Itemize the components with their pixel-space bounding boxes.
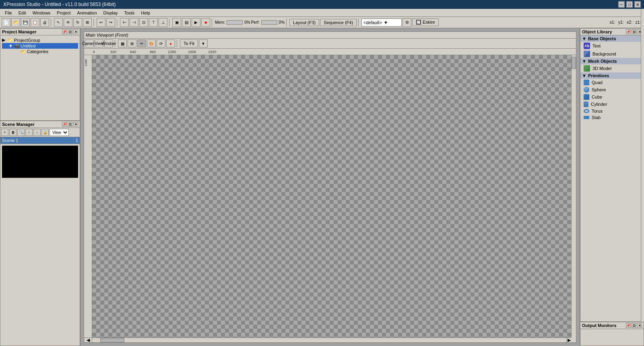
sequence-button[interactable]: Sequence (F4) bbox=[320, 19, 357, 26]
menu-tools[interactable]: Tools bbox=[121, 10, 138, 16]
expand-icon-2: ▼ bbox=[8, 43, 12, 48]
eskire-button[interactable]: 🔲 Eskire bbox=[412, 19, 439, 26]
detach-button[interactable]: ⊡ bbox=[68, 29, 72, 34]
move-button[interactable]: ✛ bbox=[64, 18, 72, 27]
mem-display: Mem: 0% bbox=[215, 20, 250, 25]
save-button[interactable]: 💾 bbox=[21, 18, 30, 27]
open-button[interactable]: 📂 bbox=[11, 18, 20, 27]
window-controls[interactable]: ─ □ ✕ bbox=[618, 1, 641, 8]
scene-close-button[interactable]: ✕ bbox=[73, 122, 78, 127]
redo-button[interactable]: ↪ bbox=[106, 18, 115, 27]
scene-down-button[interactable]: ↓ bbox=[33, 129, 41, 136]
group-button[interactable]: ▣ bbox=[172, 18, 181, 27]
menu-display[interactable]: Display bbox=[100, 10, 121, 16]
vp-btn-2[interactable]: ⊞ bbox=[128, 39, 136, 47]
maximize-button[interactable]: □ bbox=[626, 1, 633, 8]
vp-fit-button[interactable]: To Fit bbox=[180, 39, 198, 47]
ol-detach-button[interactable]: ⊡ bbox=[632, 29, 636, 34]
vp-vscroll-thumb[interactable] bbox=[572, 57, 576, 69]
align-top-button[interactable]: ⊤ bbox=[149, 18, 158, 27]
vp-window-btn[interactable]: Window bbox=[104, 39, 113, 47]
scene-lock-button[interactable]: 🔒 bbox=[41, 129, 49, 136]
mesh-objects-label: Mesh Objects bbox=[588, 59, 617, 64]
untitled-label: Untitled bbox=[21, 43, 35, 48]
project-group-item[interactable]: ▶ 📁 ProjectGroup bbox=[2, 37, 78, 43]
categories-item[interactable]: 📂 Categories bbox=[2, 49, 78, 54]
vp-scroll-left[interactable]: ◀ bbox=[84, 338, 92, 342]
lib-item-sphere[interactable]: Sphere bbox=[580, 86, 644, 93]
scene-new-button[interactable]: + bbox=[1, 129, 8, 136]
ol-panel-controls: 📌 ⊡ ✕ bbox=[626, 29, 642, 34]
scene-search-button[interactable]: 🔍 bbox=[17, 129, 25, 136]
menu-animation[interactable]: Animation bbox=[74, 10, 100, 16]
coord-display: x1: y1: x2: z1: bbox=[610, 20, 642, 25]
vp-camera-btn[interactable]: Camera bbox=[85, 39, 94, 47]
untitled-item[interactable]: ▼ 🎬 Untitled bbox=[2, 43, 78, 49]
scene-view-dropdown[interactable]: View bbox=[50, 129, 69, 136]
lib-item-torus[interactable]: Torus bbox=[580, 108, 644, 114]
vp-btn-3[interactable]: ✏ bbox=[137, 39, 146, 47]
background-label: Background bbox=[592, 51, 616, 56]
menu-edit[interactable]: Edit bbox=[15, 10, 29, 16]
vp-btn-4[interactable]: 🎨 bbox=[147, 39, 156, 47]
menu-project[interactable]: Project bbox=[54, 10, 74, 16]
rotate-button[interactable]: ↻ bbox=[73, 18, 82, 27]
primitives-header: ▼ Primitives bbox=[580, 72, 644, 79]
layout-button[interactable]: Layout (F3) bbox=[289, 19, 319, 26]
pin-button[interactable]: 📌 bbox=[62, 29, 67, 34]
lib-item-background[interactable]: Background bbox=[580, 50, 644, 58]
select-button[interactable]: ↖ bbox=[54, 18, 63, 27]
vp-scrollbar-h[interactable] bbox=[92, 338, 571, 342]
align-center-button[interactable]: ⊣ bbox=[130, 18, 138, 27]
ungroup-button[interactable]: ▤ bbox=[182, 18, 191, 27]
vp-fit-dropdown[interactable]: ▼ bbox=[199, 39, 208, 47]
scene1-item[interactable]: Scene 1 1 bbox=[0, 137, 80, 144]
close-panel-button[interactable]: ✕ bbox=[73, 29, 78, 34]
menu-windows[interactable]: Windows bbox=[29, 10, 54, 16]
new-button[interactable]: 📄 bbox=[2, 18, 10, 27]
om-pin-button[interactable]: 📌 bbox=[626, 323, 631, 328]
ol-scrollbar[interactable] bbox=[641, 9, 644, 322]
lib-item-text[interactable]: Ab Text bbox=[580, 42, 644, 50]
vp-hscroll-thumb[interactable] bbox=[100, 338, 124, 342]
separator-7 bbox=[358, 19, 360, 27]
scale-button[interactable]: ⊞ bbox=[83, 18, 92, 27]
sphere-icon bbox=[584, 87, 589, 93]
render-button[interactable]: ▶ bbox=[192, 18, 200, 27]
mem-bar bbox=[227, 20, 243, 25]
viewport-canvas[interactable] bbox=[92, 55, 571, 338]
preset-dropdown[interactable]: <default> ▼ bbox=[361, 19, 402, 27]
separator-1 bbox=[51, 19, 52, 27]
undo-button[interactable]: ↩ bbox=[97, 18, 105, 27]
align-bottom-button[interactable]: ⊥ bbox=[159, 18, 167, 27]
lib-item-slab[interactable]: Slab bbox=[580, 114, 644, 121]
vp-btn-5[interactable]: ⟳ bbox=[157, 39, 165, 47]
align-right-button[interactable]: ⊡ bbox=[139, 18, 148, 27]
scene-detach-button[interactable]: ⊡ bbox=[68, 122, 72, 127]
scene-up-button[interactable]: ↑ bbox=[25, 129, 33, 136]
lib-item-cube[interactable]: Cube bbox=[580, 93, 644, 101]
lib-item-3dmodel[interactable]: 3D Model bbox=[580, 64, 644, 72]
print-button[interactable]: 🖨 bbox=[40, 18, 49, 27]
vp-scrollbar-v[interactable] bbox=[571, 55, 576, 338]
settings-button[interactable]: ⚙ bbox=[402, 18, 411, 27]
vp-scroll-right[interactable]: ▶ bbox=[566, 338, 571, 342]
scene-preview bbox=[2, 146, 78, 178]
scene-delete-button[interactable]: 🗑 bbox=[9, 129, 17, 136]
minimize-button[interactable]: ─ bbox=[618, 1, 625, 8]
om-detach-button[interactable]: ⊡ bbox=[632, 323, 636, 328]
close-button[interactable]: ✕ bbox=[634, 1, 641, 8]
vp-btn-1[interactable]: ▦ bbox=[118, 39, 127, 47]
output-monitors-header: Output Monitors 📌 ⊡ ✕ bbox=[580, 322, 644, 329]
align-left-button[interactable]: ⊢ bbox=[120, 18, 129, 27]
save-as-button[interactable]: 📋 bbox=[31, 18, 39, 27]
om-close-button[interactable]: ✕ bbox=[637, 323, 642, 328]
ol-pin-button[interactable]: 📌 bbox=[626, 29, 631, 34]
stop-button[interactable]: ■ bbox=[201, 18, 210, 27]
vp-btn-6[interactable]: ● bbox=[166, 39, 175, 47]
menu-file[interactable]: File bbox=[2, 10, 15, 16]
lib-item-quad[interactable]: Quad bbox=[580, 79, 644, 86]
lib-item-cylinder[interactable]: Cylinder bbox=[580, 101, 644, 108]
menu-help[interactable]: Help bbox=[138, 10, 153, 16]
scene-pin-button[interactable]: 📌 bbox=[62, 122, 67, 127]
